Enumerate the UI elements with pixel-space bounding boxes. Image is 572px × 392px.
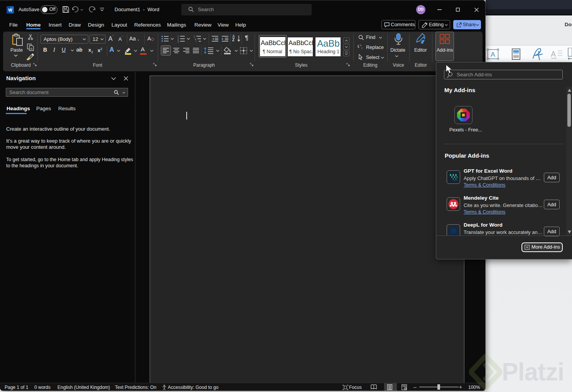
svg-text:W: W — [8, 8, 12, 12]
svg-text:i: i — [196, 40, 196, 42]
svg-text:A: A — [491, 51, 495, 58]
svg-text:b: b — [360, 44, 361, 47]
svg-text:3: 3 — [177, 40, 179, 42]
svg-text:A: A — [551, 50, 556, 58]
svg-text:c: c — [361, 47, 363, 49]
